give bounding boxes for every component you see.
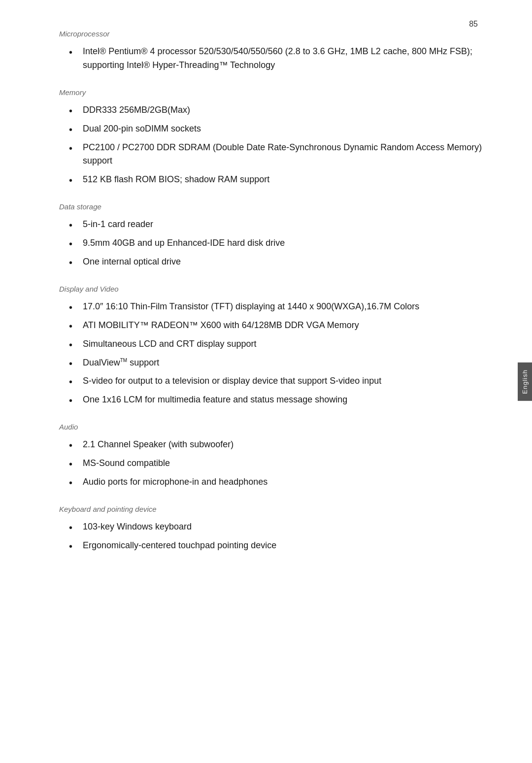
section-audio: Audio 2.1 Channel Speaker (with subwoofe…: [59, 423, 483, 489]
section-display-video: Display and Video 17.0″ 16:10 Thin-Film …: [59, 285, 483, 407]
list-item: 2.1 Channel Speaker (with subwoofer): [69, 438, 483, 452]
list-keyboard-pointing: 103-key Windows keyboard Ergonomically-c…: [59, 520, 483, 553]
list-display-video: 17.0″ 16:10 Thin-Film Transistor (TFT) d…: [59, 300, 483, 407]
section-title-microprocessor: Microprocessor: [59, 30, 483, 38]
list-item: 17.0″ 16:10 Thin-Film Transistor (TFT) d…: [69, 300, 483, 314]
section-title-audio: Audio: [59, 423, 483, 431]
list-item: 5-in-1 card reader: [69, 218, 483, 232]
list-item: MS-Sound compatible: [69, 457, 483, 470]
list-item: 103-key Windows keyboard: [69, 520, 483, 534]
list-item: One 1x16 LCM for multimedia feature and …: [69, 393, 483, 407]
sidebar-tab: English: [518, 363, 532, 401]
section-data-storage: Data storage 5-in-1 card reader 9.5mm 40…: [59, 202, 483, 269]
section-title-data-storage: Data storage: [59, 202, 483, 211]
section-memory: Memory DDR333 256MB/2GB(Max) Dual 200-pi…: [59, 88, 483, 187]
list-item: Dual 200-pin soDIMM sockets: [69, 122, 483, 136]
list-item-dualview: DualViewTM support: [69, 356, 483, 370]
page-number: 85: [469, 20, 478, 29]
list-data-storage: 5-in-1 card reader 9.5mm 40GB and up Enh…: [59, 218, 483, 269]
list-memory: DDR333 256MB/2GB(Max) Dual 200-pin soDIM…: [59, 103, 483, 187]
list-audio: 2.1 Channel Speaker (with subwoofer) MS-…: [59, 438, 483, 489]
section-keyboard-pointing: Keyboard and pointing device 103-key Win…: [59, 505, 483, 553]
section-title-display-video: Display and Video: [59, 285, 483, 293]
list-item: S-video for output to a television or di…: [69, 374, 483, 388]
list-item: DDR333 256MB/2GB(Max): [69, 103, 483, 117]
list-item: PC2100 / PC2700 DDR SDRAM (Double Date R…: [69, 141, 483, 168]
list-item: Simultaneous LCD and CRT display support: [69, 337, 483, 351]
list-item: Audio ports for microphone-in and headph…: [69, 475, 483, 489]
list-item: ATI MOBILITY™ RADEON™ X600 with 64/128MB…: [69, 319, 483, 332]
section-title-memory: Memory: [59, 88, 483, 97]
list-item: One internal optical drive: [69, 255, 483, 269]
section-microprocessor: Microprocessor Intel® Pentium® 4 process…: [59, 30, 483, 72]
list-item: 9.5mm 40GB and up Enhanced-IDE hard disk…: [69, 236, 483, 250]
list-microprocessor: Intel® Pentium® 4 processor 520/530/540/…: [59, 45, 483, 72]
section-title-keyboard-pointing: Keyboard and pointing device: [59, 505, 483, 513]
list-item: 512 KB flash ROM BIOS; shadow RAM suppor…: [69, 173, 483, 187]
list-item: Ergonomically-centered touchpad pointing…: [69, 539, 483, 553]
page-container: 85 English Microprocessor Intel® Pentium…: [0, 0, 532, 598]
list-item: Intel® Pentium® 4 processor 520/530/540/…: [69, 45, 483, 72]
